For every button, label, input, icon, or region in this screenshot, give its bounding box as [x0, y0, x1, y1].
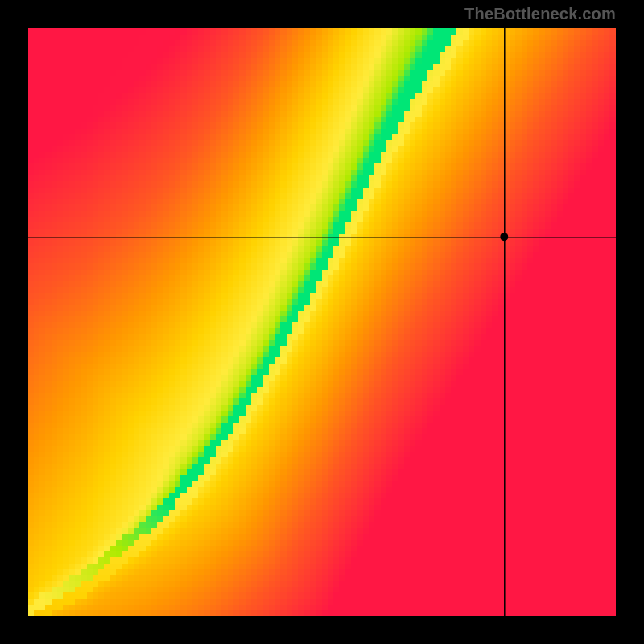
watermark-text: TheBottleneck.com — [464, 5, 616, 23]
heatmap-canvas — [28, 28, 616, 616]
chart-frame: { "watermark": "TheBottleneck.com", "cha… — [0, 0, 644, 644]
heatmap-plot — [28, 28, 616, 616]
